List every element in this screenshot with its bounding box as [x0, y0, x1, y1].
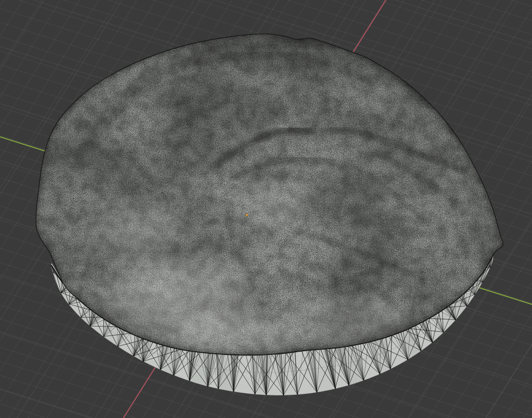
terrain-mesh-object[interactable]	[22, 22, 512, 396]
viewport-3d[interactable]	[0, 0, 532, 418]
object-origin-dot	[245, 213, 248, 216]
scene-canvas	[0, 0, 532, 418]
